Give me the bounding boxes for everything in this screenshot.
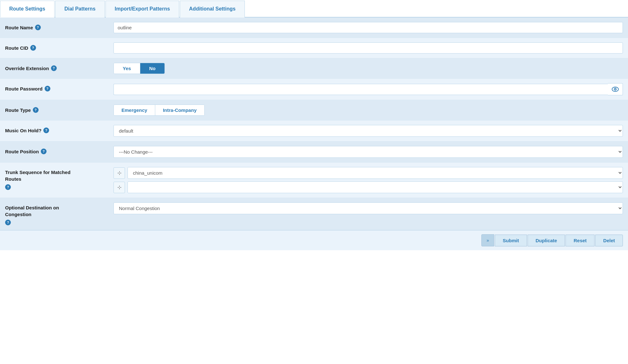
route-position-label: Route Position ?: [5, 146, 113, 154]
route-name-control: [113, 22, 623, 33]
optional-destination-help-icon[interactable]: ?: [5, 220, 11, 225]
music-on-hold-help-icon[interactable]: ?: [43, 127, 49, 133]
override-extension-row: Override Extension ? Yes No: [0, 58, 628, 79]
route-name-input[interactable]: [113, 22, 623, 33]
route-type-group: Emergency Intra-Company: [113, 105, 205, 116]
tab-additional-settings[interactable]: Additional Settings: [180, 1, 245, 18]
route-cid-row: Route CID ?: [0, 38, 628, 58]
route-name-label: Route Name ?: [5, 22, 113, 30]
submit-button[interactable]: Submit: [495, 235, 527, 246]
route-name-row: Route Name ?: [0, 18, 628, 38]
route-cid-help-icon[interactable]: ?: [30, 45, 36, 51]
trunk-sequence-label: Trunk Sequence for Matched Routes ?: [5, 167, 113, 190]
music-on-hold-label: Music On Hold? ?: [5, 125, 113, 133]
route-type-intra-company-button[interactable]: Intra-Company: [155, 105, 204, 115]
trunk-select-1[interactable]: china_unicom china_mobile china_telecom: [128, 181, 623, 193]
trunk-drag-handle-1[interactable]: ⊹: [113, 182, 125, 193]
route-type-help-icon[interactable]: ?: [33, 107, 39, 113]
music-on-hold-select[interactable]: default none inherit: [113, 125, 623, 137]
tab-import-export[interactable]: Import/Export Patterns: [106, 1, 179, 18]
route-position-help-icon[interactable]: ?: [41, 149, 47, 154]
password-wrapper: [113, 83, 623, 95]
route-type-label: Route Type ?: [5, 105, 113, 113]
route-password-row: Route Password ?: [0, 79, 628, 100]
tab-dial-patterns[interactable]: Dial Patterns: [55, 1, 105, 18]
trunk-sequence-help-icon[interactable]: ?: [5, 184, 11, 190]
trunk-drag-handle-0[interactable]: ⊹: [113, 167, 125, 179]
tab-route-settings[interactable]: Route Settings: [0, 1, 55, 18]
route-password-control: [113, 83, 623, 95]
route-position-control: ---No Change--- 1 2 3: [113, 146, 623, 158]
optional-destination-label: Optional Destination on Congestion ?: [5, 202, 113, 225]
route-position-row: Route Position ? ---No Change--- 1 2 3: [0, 142, 628, 163]
route-type-control: Emergency Intra-Company: [113, 105, 623, 116]
reset-button[interactable]: Reset: [566, 235, 595, 246]
trunk-item-1: ⊹ china_unicom china_mobile china_teleco…: [113, 181, 623, 193]
password-toggle-icon[interactable]: [608, 83, 623, 95]
trunk-select-0[interactable]: china_unicom china_mobile china_telecom: [128, 167, 623, 179]
route-password-input[interactable]: [113, 84, 608, 95]
optional-destination-control: Normal Congestion Busy Congestion Hangup: [113, 202, 623, 214]
trunk-sequence-control: ⊹ china_unicom china_mobile china_teleco…: [113, 167, 623, 193]
optional-destination-row: Optional Destination on Congestion ? Nor…: [0, 198, 628, 230]
tabs-bar: Route Settings Dial Patterns Import/Expo…: [0, 0, 628, 18]
route-name-help-icon[interactable]: ?: [35, 25, 41, 30]
form-container: Route Name ? Route CID ? Override Extens…: [0, 18, 628, 230]
route-cid-input[interactable]: [113, 42, 623, 54]
optional-destination-select[interactable]: Normal Congestion Busy Congestion Hangup: [113, 202, 623, 214]
svg-point-2: [615, 89, 616, 90]
route-password-label: Route Password ?: [5, 83, 113, 91]
duplicate-button[interactable]: Duplicate: [528, 235, 565, 246]
route-password-help-icon[interactable]: ?: [45, 86, 50, 91]
expand-button[interactable]: »: [481, 234, 494, 246]
trunk-sequence-row: Trunk Sequence for Matched Routes ? ⊹ ch…: [0, 163, 628, 198]
override-extension-help-icon[interactable]: ?: [51, 65, 57, 71]
route-type-row: Route Type ? Emergency Intra-Company: [0, 100, 628, 120]
route-type-emergency-button[interactable]: Emergency: [114, 105, 155, 115]
route-cid-label: Route CID ?: [5, 42, 113, 51]
override-extension-control: Yes No: [113, 63, 623, 74]
action-bar: » Submit Duplicate Reset Delet: [0, 230, 628, 250]
route-cid-control: [113, 42, 623, 54]
override-no-button[interactable]: No: [140, 63, 164, 74]
route-position-select[interactable]: ---No Change--- 1 2 3: [113, 146, 623, 158]
trunk-item-0: ⊹ china_unicom china_mobile china_teleco…: [113, 167, 623, 179]
override-toggle-group: Yes No: [113, 63, 165, 74]
delete-button[interactable]: Delet: [595, 235, 623, 246]
override-yes-button[interactable]: Yes: [114, 63, 140, 74]
music-on-hold-control: default none inherit: [113, 125, 623, 137]
override-extension-label: Override Extension ?: [5, 63, 113, 71]
music-on-hold-row: Music On Hold? ? default none inherit: [0, 120, 628, 142]
